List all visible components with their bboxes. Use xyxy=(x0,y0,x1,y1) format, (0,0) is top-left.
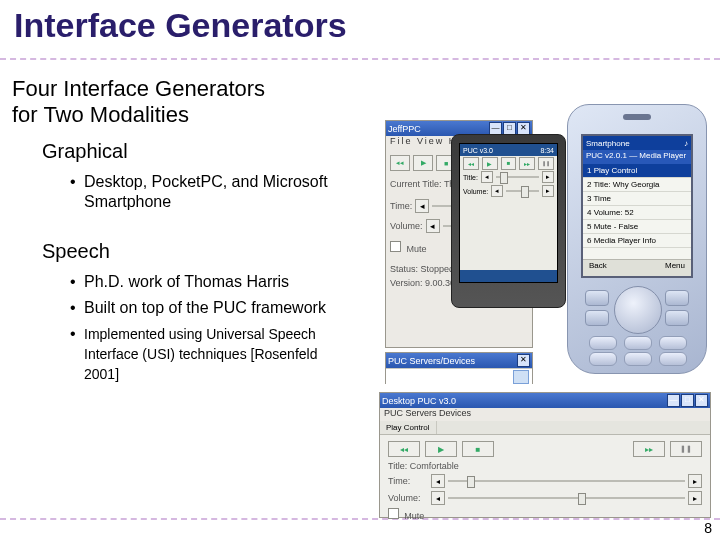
speaker xyxy=(623,114,651,120)
hw-button[interactable] xyxy=(585,290,609,306)
phone-subheader: PUC v2.0.1 — Media Player xyxy=(583,150,691,164)
list-item: Desktop, PocketPC, and Microsoft Smartph… xyxy=(70,172,350,212)
volume-row: Volume: ◂ ▸ xyxy=(460,184,557,198)
signal-icon: ♪ xyxy=(684,139,688,148)
play-button[interactable]: ▶ xyxy=(425,441,457,457)
pocketpc-device: PUC v3.0 8:34 ◂◂ ▶ ■ ▸▸ ❚❚ Title: ◂ ▸ xyxy=(451,134,566,308)
vol-right-button[interactable]: ▸ xyxy=(688,491,702,505)
titlebar: Desktop PUC v3.0 — □ ✕ xyxy=(380,393,710,408)
close-icon[interactable]: ✕ xyxy=(517,354,530,367)
stop-button[interactable]: ■ xyxy=(501,157,517,170)
icon-button[interactable] xyxy=(513,370,529,384)
pda-title: PUC v3.0 xyxy=(463,147,493,154)
pause-button[interactable]: ❚❚ xyxy=(538,157,554,170)
phone-menu-item[interactable]: 5 Mute - False xyxy=(583,220,691,234)
next-button[interactable]: ▸▸ xyxy=(519,157,535,170)
time-left-button[interactable]: ◂ xyxy=(431,474,445,488)
keypad-key[interactable] xyxy=(589,352,617,366)
minimize-icon[interactable]: — xyxy=(667,394,680,407)
pda-slider[interactable] xyxy=(506,185,539,197)
time-left-button[interactable]: ◂ xyxy=(415,199,429,213)
keypad-key[interactable] xyxy=(659,336,687,350)
stop-button[interactable]: ■ xyxy=(462,441,494,457)
volume-label: Volume: xyxy=(388,493,428,503)
left-button[interactable]: ◂ xyxy=(481,171,493,183)
phone-header: Smartphone ♪ xyxy=(583,136,691,150)
time-label: Time: xyxy=(390,201,412,211)
transport-controls: ◂◂ ▶ ■ ▸▸ ❚❚ xyxy=(388,441,702,457)
time-right-button[interactable]: ▸ xyxy=(688,474,702,488)
window-title: Desktop PUC v3.0 xyxy=(382,396,456,406)
mute-label: Mute xyxy=(404,511,424,521)
right-button[interactable]: ▸ xyxy=(542,171,554,183)
keypad-key[interactable] xyxy=(659,352,687,366)
title-row: Title: Comfortable xyxy=(388,461,702,471)
keypad-key[interactable] xyxy=(624,336,652,350)
transport-controls: ◂◂ ▶ ■ ▸▸ ❚❚ xyxy=(460,156,557,170)
mute-checkbox[interactable] xyxy=(390,241,401,252)
tab[interactable]: Play Control xyxy=(380,421,437,434)
list-item: Built on top of the PUC framework xyxy=(70,298,350,318)
phone-menu-item[interactable]: 4 Volume: 52 xyxy=(583,206,691,220)
time-label: Time: xyxy=(388,476,428,486)
heading-graphical: Graphical xyxy=(42,140,128,163)
speech-list: Ph.D. work of Thomas Harris Built on top… xyxy=(70,272,350,390)
play-button[interactable]: ▶ xyxy=(482,157,498,170)
prev-button[interactable]: ◂◂ xyxy=(390,155,410,171)
keypad-key[interactable] xyxy=(589,336,617,350)
heading-speech: Speech xyxy=(42,240,110,263)
list-item: Implemented using Universal Speech Inter… xyxy=(70,324,350,384)
phone-menu-item[interactable]: 6 Media Player Info xyxy=(583,234,691,248)
next-button[interactable]: ▸▸ xyxy=(633,441,665,457)
pda-slider[interactable] xyxy=(496,171,539,183)
phone-menu-item[interactable]: 1 Play Control xyxy=(583,164,691,178)
mute-row[interactable]: Mute xyxy=(388,508,702,521)
vol-left-button[interactable]: ◂ xyxy=(431,491,445,505)
softkey-left[interactable]: Back xyxy=(589,261,607,275)
graphical-list: Desktop, PocketPC, and Microsoft Smartph… xyxy=(70,172,350,218)
divider-top xyxy=(0,58,720,60)
desktop-puc-window: Desktop PUC v3.0 — □ ✕ PUC Servers Devic… xyxy=(379,392,711,518)
prev-button[interactable]: ◂◂ xyxy=(463,157,479,170)
dpad[interactable] xyxy=(614,286,662,334)
pda-bottombar xyxy=(460,270,557,282)
slide: Interface Generators Four Interface Gene… xyxy=(0,0,720,540)
prev-button[interactable]: ◂◂ xyxy=(388,441,420,457)
time-slider[interactable] xyxy=(448,475,685,487)
play-button[interactable]: ▶ xyxy=(413,155,433,171)
titlebar: PUC Servers/Devices ✕ xyxy=(386,353,532,368)
window-title: PUC Servers/Devices xyxy=(388,356,475,366)
smartphone-device: Smartphone ♪ PUC v2.0.1 — Media Player 1… xyxy=(567,104,707,374)
subtitle-line2: for Two Modalities xyxy=(12,102,189,127)
pda-topbar: PUC v3.0 8:34 xyxy=(460,144,557,156)
phone-hdr-left: Smartphone xyxy=(586,139,630,148)
tab-bar: Play Control xyxy=(380,421,710,435)
pda-clock: 8:34 xyxy=(540,147,554,154)
phone-menu-item[interactable]: 3 Time xyxy=(583,192,691,206)
volume-label: Volume: xyxy=(390,221,423,231)
hw-button[interactable] xyxy=(585,310,609,326)
softkey-bar: Back Menu xyxy=(583,259,691,276)
phone-menu-item[interactable]: 2 Title: Why Georgia xyxy=(583,178,691,192)
menu-bar[interactable]: PUC Servers Devices xyxy=(380,408,710,421)
left-button[interactable]: ◂ xyxy=(491,185,503,197)
subtitle: Four Interface Generators for Two Modali… xyxy=(12,76,265,128)
softkey-right[interactable]: Menu xyxy=(665,261,685,275)
hw-button[interactable] xyxy=(665,310,689,326)
list-item: Ph.D. work of Thomas Harris xyxy=(70,272,350,292)
vol-left-button[interactable]: ◂ xyxy=(426,219,440,233)
maximize-icon[interactable]: □ xyxy=(681,394,694,407)
right-button[interactable]: ▸ xyxy=(542,185,554,197)
hw-button[interactable] xyxy=(665,290,689,306)
keypad-key[interactable] xyxy=(624,352,652,366)
window-body xyxy=(386,368,532,384)
puc-servers-window: PUC Servers/Devices ✕ xyxy=(385,352,533,384)
volume-slider[interactable] xyxy=(448,492,685,504)
window-title: JeffPPC xyxy=(388,124,421,134)
pause-button[interactable]: ❚❚ xyxy=(670,441,702,457)
slide-title: Interface Generators xyxy=(14,6,347,45)
screenshots-region: JeffPPC — □ ✕ File View Help ◂◂ ▶ ■ ▸▸ ❚… xyxy=(385,122,707,518)
mute-checkbox[interactable] xyxy=(388,508,399,519)
close-icon[interactable]: ✕ xyxy=(695,394,708,407)
title-row: Title: ◂ ▸ xyxy=(460,170,557,184)
